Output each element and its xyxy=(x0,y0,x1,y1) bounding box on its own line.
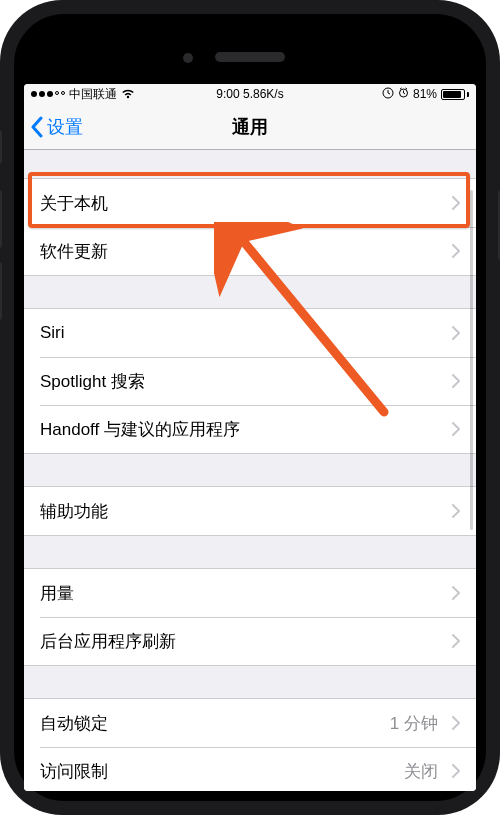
chevron-right-icon xyxy=(452,716,460,730)
row-background-refresh[interactable]: 后台应用程序刷新 xyxy=(24,617,476,665)
back-button[interactable]: 设置 xyxy=(30,104,83,149)
chevron-right-icon xyxy=(452,374,460,388)
row-software-update[interactable]: 软件更新 xyxy=(24,227,476,275)
row-label: 辅助功能 xyxy=(40,500,108,523)
chevron-right-icon xyxy=(452,764,460,778)
chevron-right-icon xyxy=(452,634,460,648)
wifi-icon xyxy=(121,89,135,99)
chevron-right-icon xyxy=(452,196,460,210)
row-label: Siri xyxy=(40,323,65,343)
row-auto-lock[interactable]: 自动锁定 1 分钟 xyxy=(24,699,476,747)
group-usage: 用量 后台应用程序刷新 xyxy=(24,568,476,666)
battery-pct: 81% xyxy=(413,87,437,101)
chevron-right-icon xyxy=(452,326,460,340)
group-lock: 自动锁定 1 分钟 访问限制 关闭 xyxy=(24,698,476,791)
row-label: 自动锁定 xyxy=(40,712,108,735)
row-value: 1 分钟 xyxy=(390,712,438,735)
group-about: 关于本机 软件更新 xyxy=(24,178,476,276)
chevron-right-icon xyxy=(452,422,460,436)
chevron-right-icon xyxy=(452,586,460,600)
row-handoff[interactable]: Handoff 与建议的应用程序 xyxy=(24,405,476,453)
volume-up xyxy=(0,190,2,248)
screen: 中国联通 9:00 5.86K/s 81% xyxy=(24,84,476,791)
row-label: Spotlight 搜索 xyxy=(40,370,145,393)
back-label: 设置 xyxy=(47,115,83,139)
settings-content[interactable]: 关于本机 软件更新 Siri Spotlight 搜索 xyxy=(24,150,476,791)
group-siri: Siri Spotlight 搜索 Handoff 与建议的应用程序 xyxy=(24,308,476,454)
row-spotlight[interactable]: Spotlight 搜索 xyxy=(24,357,476,405)
battery-icon xyxy=(441,89,469,100)
group-accessibility: 辅助功能 xyxy=(24,486,476,536)
chevron-left-icon xyxy=(30,116,43,138)
row-label: 软件更新 xyxy=(40,240,108,263)
page-title: 通用 xyxy=(232,115,268,139)
row-restrictions[interactable]: 访问限制 关闭 xyxy=(24,747,476,791)
mute-switch xyxy=(0,130,2,164)
row-label: 用量 xyxy=(40,582,74,605)
nav-bar: 设置 通用 xyxy=(24,104,476,150)
row-usage[interactable]: 用量 xyxy=(24,569,476,617)
status-time: 9:00 5.86K/s xyxy=(216,87,283,101)
alarm-icon xyxy=(398,87,409,101)
row-label: 访问限制 xyxy=(40,760,108,783)
status-bar: 中国联通 9:00 5.86K/s 81% xyxy=(24,84,476,104)
row-accessibility[interactable]: 辅助功能 xyxy=(24,487,476,535)
signal-dots-icon xyxy=(31,91,65,97)
phone-frame: 中国联通 9:00 5.86K/s 81% xyxy=(0,0,500,815)
earpiece xyxy=(215,52,285,62)
orientation-lock-icon xyxy=(382,87,394,102)
volume-down xyxy=(0,262,2,320)
carrier-label: 中国联通 xyxy=(69,86,117,103)
scroll-indicator xyxy=(470,190,473,530)
chevron-right-icon xyxy=(452,244,460,258)
row-label: Handoff 与建议的应用程序 xyxy=(40,418,240,441)
row-label: 关于本机 xyxy=(40,192,108,215)
row-value: 关闭 xyxy=(404,760,438,783)
chevron-right-icon xyxy=(452,504,460,518)
row-siri[interactable]: Siri xyxy=(24,309,476,357)
row-about[interactable]: 关于本机 xyxy=(24,179,476,227)
row-label: 后台应用程序刷新 xyxy=(40,630,176,653)
